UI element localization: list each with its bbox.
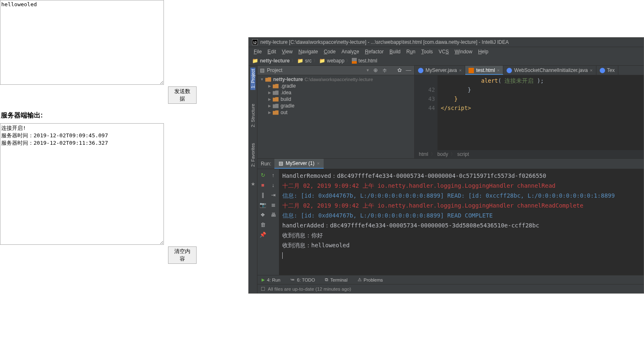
- titlebar: IJ netty-lecture [C:\dawa\workspacce\net…: [249, 38, 644, 47]
- run-label: Run:: [257, 159, 274, 168]
- tab-wsinit[interactable]: WebSocketChannelInitializer.java×: [503, 66, 596, 75]
- dump-icon[interactable]: 📷: [258, 201, 267, 210]
- output-title: 服务器端输出:: [1, 111, 197, 120]
- crumb[interactable]: script: [457, 151, 469, 157]
- html-icon: [469, 68, 474, 73]
- run-config-icon: ▤: [279, 160, 283, 166]
- intellij-icon: IJ: [252, 39, 258, 45]
- code-breadcrumb: html〉 body〉 script: [415, 150, 644, 158]
- menu-vcs[interactable]: VCS: [436, 48, 452, 55]
- clear-button[interactable]: 清空内容: [168, 246, 197, 264]
- run-tool-window: Run: ▤MyServer (1)× ↻ ↑ ■ ↓ ‖ ⇥ 📷 ≣ ❖ 🖶: [257, 159, 644, 275]
- down-icon[interactable]: ↓: [269, 181, 278, 190]
- line-gutter: 424344: [415, 75, 437, 150]
- run-toolbar: ↻ ↑ ■ ↓ ‖ ⇥ 📷 ≣ ❖ 🖶 🗑 📌: [257, 169, 279, 275]
- menu-help[interactable]: Help: [476, 48, 491, 55]
- pin-icon[interactable]: 📌: [258, 230, 267, 239]
- menu-window[interactable]: Window: [452, 48, 475, 55]
- tree-root[interactable]: ▼ netty-lecture C:\dawa\workspacce\netty…: [257, 76, 414, 83]
- message-input[interactable]: [0, 0, 164, 85]
- close-icon[interactable]: ×: [459, 68, 461, 73]
- close-icon[interactable]: ×: [317, 161, 320, 166]
- bc-file[interactable]: test.html: [358, 58, 377, 64]
- run-tab[interactable]: ▤MyServer (1)×: [274, 159, 324, 169]
- rerun-icon[interactable]: ↻: [258, 171, 267, 180]
- status-text: All files are up-to-date (12 minutes ago…: [268, 287, 351, 292]
- tree-folder[interactable]: ▶.gradle: [257, 83, 414, 89]
- menu-edit[interactable]: Edit: [265, 48, 279, 55]
- crumb[interactable]: body: [437, 151, 448, 157]
- console-output[interactable]: HandlerRemoved：d8c497fffef4e334-00005734…: [279, 169, 644, 275]
- menu-build[interactable]: Build: [387, 48, 403, 55]
- java-icon: [507, 68, 512, 73]
- gear-icon[interactable]: ✿: [396, 67, 403, 74]
- project-view-icon: ▤: [260, 67, 264, 73]
- folder-icon: 📁: [297, 58, 303, 64]
- bt-todo[interactable]: ≔6: TODO: [288, 276, 317, 283]
- folder-icon: 📁: [252, 58, 258, 64]
- scroll-icon[interactable]: ≣: [269, 201, 278, 210]
- target-icon[interactable]: ⊕: [372, 67, 379, 74]
- intellij-idea-window: IJ netty-lecture [C:\dawa\workspacce\net…: [248, 37, 644, 294]
- star-icon: ★: [251, 181, 255, 187]
- menu-refactor[interactable]: Refactor: [363, 48, 386, 55]
- tab-myserver[interactable]: MyServer.java×: [415, 66, 465, 75]
- tree-folder[interactable]: ▶out: [257, 109, 414, 116]
- menu-analyze[interactable]: Analyze: [339, 48, 362, 55]
- menu-tools[interactable]: Tools: [419, 48, 435, 55]
- exit-icon[interactable]: ❖: [258, 210, 267, 220]
- server-output[interactable]: [0, 123, 164, 245]
- window-title: netty-lecture [C:\dawa\workspacce\netty-…: [260, 39, 509, 45]
- menu-view[interactable]: View: [279, 48, 295, 55]
- statusbar: ☐ All files are up-to-date (12 minutes a…: [257, 284, 644, 293]
- wrap-icon[interactable]: ⇥: [269, 191, 278, 200]
- browser-test-page: 发送数据 服务器端输出: 清空内容: [0, 0, 197, 264]
- java-icon: [600, 68, 605, 73]
- print-icon[interactable]: 🖶: [269, 210, 278, 220]
- close-icon[interactable]: ×: [497, 68, 500, 73]
- left-tool-strip: 1: Project 2: Structure 2: Favorites ★: [249, 66, 257, 293]
- bc-root[interactable]: netty-lecture: [260, 58, 290, 64]
- project-tool-window: ▤ Project ▼ ⊕ ≑ ✿ — ▼ netty-lecture: [257, 66, 415, 158]
- menu-file[interactable]: File: [251, 48, 264, 55]
- menubar: File Edit View Navigate Code Analyze Ref…: [249, 47, 644, 56]
- project-tree[interactable]: ▼ netty-lecture C:\dawa\workspacce\netty…: [257, 75, 414, 158]
- tab-testhtml[interactable]: test.html×: [465, 66, 503, 75]
- nav-breadcrumb: 📁 netty-lecture 〉 📁 src 〉 📁 webapp 〉 tes…: [249, 56, 644, 66]
- tab-tex[interactable]: Tex: [596, 66, 619, 75]
- editor-tabs: MyServer.java× test.html× WebSocketChann…: [415, 66, 644, 75]
- tool-structure-label[interactable]: 2: Structure: [250, 102, 255, 129]
- collapse-icon[interactable]: ≑: [381, 67, 388, 74]
- trash-icon[interactable]: 🗑: [258, 220, 267, 229]
- pause-icon[interactable]: ‖: [258, 191, 267, 200]
- status-icon: ☐: [261, 286, 265, 292]
- bc-webapp[interactable]: webapp: [327, 58, 344, 64]
- tree-folder[interactable]: ▶gradle: [257, 103, 414, 109]
- tool-favorites-label[interactable]: 2: Favorites: [250, 141, 255, 168]
- bt-problems[interactable]: ⚠Problems: [356, 276, 384, 283]
- bt-run[interactable]: ▶4: Run: [260, 277, 282, 283]
- java-icon: [418, 68, 423, 73]
- menu-navigate[interactable]: Navigate: [296, 48, 320, 55]
- bottom-toolbar: ▶4: Run ≔6: TODO ⧉Terminal ⚠Problems: [257, 275, 644, 284]
- bc-src[interactable]: src: [305, 58, 312, 64]
- hide-icon[interactable]: —: [405, 67, 412, 74]
- send-button[interactable]: 发送数据: [168, 86, 197, 104]
- bt-terminal[interactable]: ⧉Terminal: [323, 276, 349, 283]
- folder-icon: 📁: [319, 58, 325, 64]
- tree-folder[interactable]: ▶build: [257, 96, 414, 103]
- close-icon[interactable]: ×: [590, 68, 592, 73]
- tree-folder[interactable]: ▶.idea: [257, 89, 414, 96]
- stop-icon[interactable]: ■: [258, 181, 267, 190]
- editor: MyServer.java× test.html× WebSocketChann…: [415, 66, 644, 158]
- project-header-label[interactable]: Project: [267, 67, 363, 73]
- html-file-icon: [352, 58, 357, 64]
- chevron-down-icon[interactable]: ▼: [366, 68, 370, 72]
- tool-project-label[interactable]: 1: Project: [250, 67, 255, 90]
- project-header: ▤ Project ▼ ⊕ ≑ ✿ —: [257, 66, 414, 75]
- crumb[interactable]: html: [419, 151, 428, 157]
- up-icon[interactable]: ↑: [269, 171, 278, 180]
- code-editor[interactable]: alert( 连接未开启 ); } } </script>: [437, 75, 644, 150]
- menu-run[interactable]: Run: [404, 48, 418, 55]
- menu-code[interactable]: Code: [321, 48, 338, 55]
